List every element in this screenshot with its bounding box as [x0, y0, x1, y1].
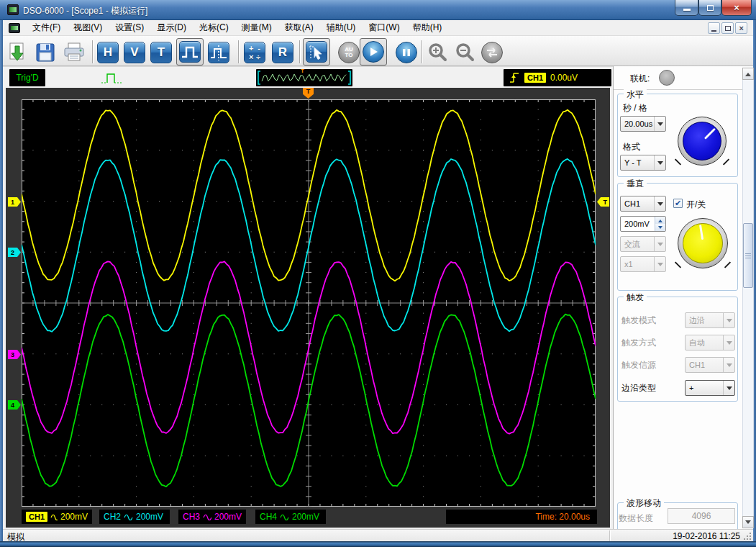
trigger-sweep-select: 自动	[685, 335, 735, 351]
run-button[interactable]	[360, 38, 387, 65]
trigger-setup-button[interactable]: T	[149, 40, 173, 65]
menu-bar: 文件(F) 视图(V) 设置(S) 显示(D) 光标(C) 测量(M) 获取(A…	[3, 20, 753, 36]
dso-6000-window: DSO-6000 - [Scope1 - 模拟运行] × 文件(F) 视图(V)…	[0, 0, 756, 547]
probe-select: x1	[620, 256, 666, 272]
channel-3-volts: 200mV	[214, 512, 242, 522]
channel-on-label: 开/关	[686, 199, 706, 211]
menu-display[interactable]: 显示(D)	[150, 19, 193, 36]
menu-utility[interactable]: 辅助(U)	[320, 19, 363, 36]
pulse-measure-button[interactable]	[206, 40, 231, 65]
child-close-button[interactable]: ×	[735, 22, 747, 34]
menu-help[interactable]: 帮助(H)	[406, 19, 449, 36]
vertical-setup-button[interactable]: V	[122, 40, 147, 65]
zoom-out-button[interactable]	[452, 40, 477, 65]
spinner-buttons	[655, 217, 665, 231]
rising-edge-icon	[509, 72, 520, 84]
channel-3-label: CH3	[183, 512, 200, 522]
channel-select[interactable]: CH1	[620, 196, 666, 212]
dropdown-arrow-icon	[723, 381, 734, 395]
minimize-button[interactable]	[675, 0, 698, 16]
waveform-preview[interactable]: T	[256, 69, 352, 86]
vertical-knob[interactable]	[678, 218, 728, 268]
open-button[interactable]	[4, 40, 29, 65]
channel-on-checkbox[interactable]: ✔	[673, 199, 683, 208]
edge-type-select[interactable]: +	[685, 380, 735, 396]
channel-2-marker[interactable]: 2	[8, 248, 21, 257]
refresh-button[interactable]	[480, 40, 504, 65]
scrollbar-thumb[interactable]	[743, 223, 753, 288]
trigger-mode-value: 边沿	[689, 315, 705, 326]
sec-per-div-select[interactable]: 20.00us	[620, 116, 666, 132]
menu-settings[interactable]: 设置(S)	[109, 19, 150, 36]
print-button[interactable]	[62, 40, 86, 65]
format-label: 格式	[623, 141, 640, 153]
zoom-out-icon	[454, 42, 475, 63]
child-minimize-icon	[711, 30, 716, 32]
cursor-icon	[306, 41, 327, 63]
menu-measure[interactable]: 测量(M)	[235, 19, 278, 36]
format-value: Y - T	[624, 158, 641, 167]
scroll-down-button[interactable]	[742, 516, 754, 528]
menu-acquire[interactable]: 获取(A)	[278, 19, 320, 36]
channel-1-readout[interactable]: CH1 200mV	[22, 510, 92, 524]
save-icon	[35, 42, 56, 63]
child-minimize-button[interactable]	[708, 22, 720, 34]
auto-button[interactable]: AUTO	[337, 40, 361, 65]
print-icon	[63, 42, 86, 63]
online-indicator[interactable]	[659, 70, 675, 86]
math-plus: +	[249, 44, 253, 53]
spin-up-button[interactable]	[655, 217, 665, 224]
resize-grip[interactable]	[744, 533, 751, 540]
math-button[interactable]: + - × ÷	[242, 40, 267, 65]
sec-per-div-value: 20.00us	[624, 119, 652, 128]
restore-button[interactable]	[698, 0, 721, 16]
oscilloscope-display: T 1 2 3 4 T CH1 200mV CH2 200mV CH3 200m…	[6, 88, 610, 528]
menu-window[interactable]: 窗口(W)	[362, 19, 406, 36]
panel-scrollbar[interactable]	[742, 68, 754, 528]
horizontal-setup-button[interactable]: H	[96, 40, 120, 65]
scroll-up-button[interactable]	[742, 68, 754, 80]
save-button[interactable]	[33, 40, 58, 65]
channel-4-marker[interactable]: 4	[8, 400, 21, 410]
data-length-value: 4096	[692, 511, 711, 521]
knob-indicator	[675, 215, 731, 271]
close-button[interactable]: ×	[721, 0, 752, 16]
waveform-plot	[22, 99, 596, 507]
reference-icon: R	[272, 42, 293, 63]
dropdown-arrow-icon	[723, 335, 734, 350]
dropdown-arrow-icon	[723, 358, 734, 372]
child-restore-button[interactable]	[721, 22, 734, 34]
channel-1-marker[interactable]: 1	[8, 197, 21, 207]
menu-file[interactable]: 文件(F)	[26, 19, 67, 36]
channel-4-readout[interactable]: CH4 200mV	[255, 510, 326, 524]
pause-button[interactable]	[394, 40, 419, 65]
pulse-mode-button[interactable]	[176, 38, 204, 65]
ac-coupling-icon	[203, 514, 211, 520]
toolbar-separator	[238, 40, 239, 63]
reference-button[interactable]: R	[270, 40, 295, 65]
channel-3-marker[interactable]: 3	[8, 350, 21, 359]
horizontal-knob[interactable]	[678, 117, 727, 166]
menu-view[interactable]: 视图(V)	[67, 19, 109, 36]
channel-select-value: CH1	[624, 199, 640, 208]
menu-cursor[interactable]: 光标(C)	[193, 19, 235, 36]
probe-value: x1	[624, 260, 633, 268]
trigger-position-marker[interactable]: T	[303, 88, 314, 99]
zoom-in-button[interactable]	[425, 40, 450, 65]
channel-2-readout[interactable]: CH2 200mV	[99, 510, 170, 524]
math-minus: -	[258, 44, 260, 53]
channel-3-readout[interactable]: CH3 200mV	[178, 510, 246, 524]
trigger-level-marker[interactable]: T	[597, 197, 609, 207]
volts-per-div-spinner[interactable]: 200mV	[620, 216, 666, 232]
spin-down-button[interactable]	[655, 224, 665, 231]
scroll-up-icon	[745, 70, 751, 76]
edge-type-label: 边沿类型	[621, 382, 656, 394]
online-label: 联机:	[630, 73, 650, 85]
vertical-setup-icon: V	[124, 42, 145, 63]
data-length-field: 4096	[668, 508, 735, 524]
up-arrow-icon	[658, 217, 662, 222]
volts-per-div-value: 200mV	[624, 220, 650, 228]
cursor-button[interactable]	[303, 38, 330, 65]
format-select[interactable]: Y - T	[620, 155, 666, 171]
window-border-bottom	[0, 541, 756, 547]
